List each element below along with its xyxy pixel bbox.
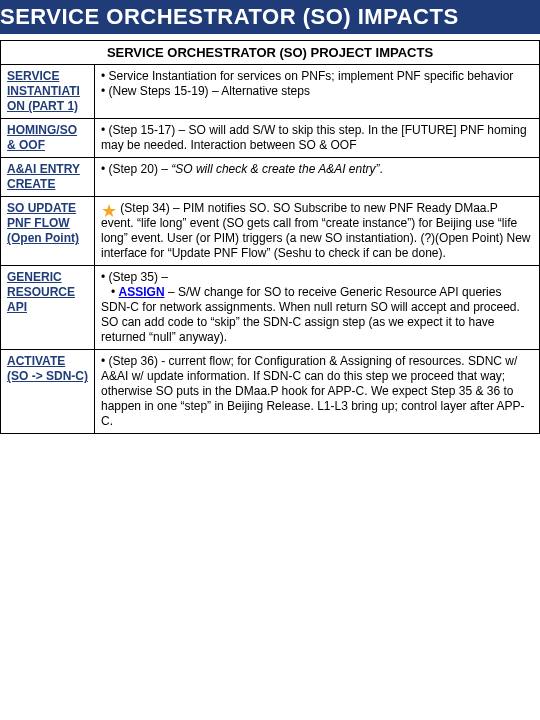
table-row: A&AI ENTRY CREATE• (Step 20) – “SO will … (1, 158, 540, 197)
row-description: • (Step 20) – “SO will check & create th… (95, 158, 540, 197)
impacts-table: SERVICE ORCHESTRATOR (SO) PROJECT IMPACT… (0, 40, 540, 434)
table-row: GENERIC RESOURCE API• (Step 35) – • ASSI… (1, 266, 540, 350)
row-label: ACTIVATE (SO -> SDN-C) (1, 350, 95, 434)
table-row: HOMING/SO & OOF• (Step 15-17) – SO will … (1, 119, 540, 158)
row-label: SO UPDATE PNF FLOW (Open Point) (1, 197, 95, 266)
slide: SERVICE ORCHESTRATOR (SO) IMPACTS SERVIC… (0, 0, 540, 720)
row-description: • Service Instantiation for services on … (95, 65, 540, 119)
table-row: ACTIVATE (SO -> SDN-C)• (Step 36) - curr… (1, 350, 540, 434)
row-description: • (Step 35) – • ASSIGN – S/W change for … (95, 266, 540, 350)
table-row: SO UPDATE PNF FLOW (Open Point)★ (Step 3… (1, 197, 540, 266)
row-label: A&AI ENTRY CREATE (1, 158, 95, 197)
row-description: • (Step 15-17) – SO will add S/W to skip… (95, 119, 540, 158)
row-label: HOMING/SO & OOF (1, 119, 95, 158)
row-description: ★ (Step 34) – PIM notifies SO. SO Subscr… (95, 197, 540, 266)
row-label: SERVICE INSTANTIATI ON (PART 1) (1, 65, 95, 119)
row-description: • (Step 36) - current flow; for Configur… (95, 350, 540, 434)
row-label: GENERIC RESOURCE API (1, 266, 95, 350)
page-title: SERVICE ORCHESTRATOR (SO) IMPACTS (0, 0, 540, 34)
table-row: SERVICE INSTANTIATI ON (PART 1)• Service… (1, 65, 540, 119)
table-header: SERVICE ORCHESTRATOR (SO) PROJECT IMPACT… (1, 41, 540, 65)
